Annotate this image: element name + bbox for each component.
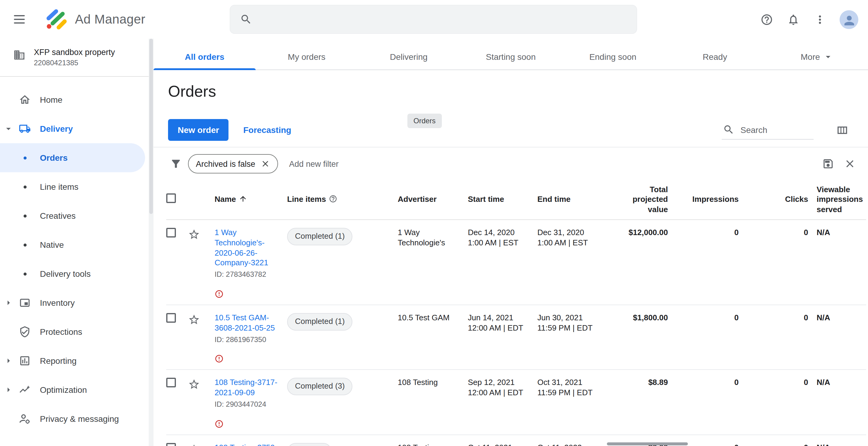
tab-label: My orders	[288, 52, 325, 61]
sidebar-item-label: Delivery tools	[40, 269, 91, 279]
add-new-filter-button[interactable]: Add new filter	[289, 159, 339, 168]
tab-ending-soon[interactable]: Ending soon	[562, 43, 664, 69]
star-icon[interactable]	[188, 443, 200, 446]
sidebar: XFP sandbox property 22080421385 Home De…	[0, 39, 149, 446]
tab-starting-soon[interactable]: Starting soon	[460, 43, 562, 69]
building-icon	[13, 49, 25, 61]
sidebar-item-inventory[interactable]: Inventory	[0, 288, 145, 317]
tab-label: Ready	[703, 52, 727, 61]
customize-columns-button[interactable]	[831, 119, 854, 141]
error-icon	[215, 289, 224, 298]
expand-caret-icon[interactable]	[3, 384, 14, 395]
column-header-advertiser[interactable]: Advertiser	[398, 180, 468, 220]
sidebar-item-label: Creatives	[40, 211, 75, 221]
order-name-link[interactable]: 108 Testing-3750-2021-10-11	[215, 443, 279, 446]
total-projected-value-cell: $12,000.00	[616, 220, 676, 305]
chevron-down-icon	[823, 51, 833, 62]
total-projected-value-cell: $8.89	[616, 370, 676, 435]
advertiser-cell: 10.5 Test GAM	[398, 305, 468, 370]
row-checkbox[interactable]	[166, 378, 176, 388]
order-name-link[interactable]: 1 Way Technologie's-2020-06-26-Company-3…	[215, 228, 279, 268]
table-row: 10.5 Test GAM-3608-2021-05-25 ID: 286196…	[166, 305, 866, 370]
help-icon[interactable]	[329, 195, 338, 203]
sidebar-item-privacy-messaging[interactable]: Privacy & messaging	[0, 404, 145, 433]
table-search[interactable]	[722, 120, 814, 139]
row-checkbox[interactable]	[166, 228, 176, 237]
account-avatar[interactable]	[840, 10, 858, 29]
global-search-bar[interactable]	[230, 5, 637, 34]
row-checkbox[interactable]	[166, 443, 176, 446]
table-search-input[interactable]	[740, 125, 804, 134]
hamburger-menu-button[interactable]	[7, 7, 31, 31]
table-row: 108 Testing-3750-2021-10-11 ID: 29206206…	[166, 435, 866, 446]
bell-icon	[787, 13, 799, 26]
viewable-impressions-cell: N/A	[817, 305, 866, 370]
column-header-end-time[interactable]: End time	[537, 180, 616, 220]
horizontal-scrollbar-thumb[interactable]	[607, 442, 688, 445]
sidebar-item-line-items[interactable]: Line items	[0, 172, 145, 201]
filter-chip-label: Archived is false	[196, 159, 255, 168]
column-header-total-projected-value[interactable]: Total projected value	[616, 180, 676, 220]
select-all-checkbox[interactable]	[166, 194, 176, 203]
sidebar-item-creatives[interactable]: Creatives	[0, 201, 145, 230]
filter-chip-archived[interactable]: Archived is false	[188, 154, 278, 173]
tab-delivering[interactable]: Delivering	[358, 43, 460, 69]
sidebar-item-label: Line items	[40, 182, 79, 192]
sidebar-item-protections[interactable]: Protections	[0, 317, 145, 346]
expand-caret-icon[interactable]	[3, 355, 14, 366]
more-options-button[interactable]	[808, 8, 831, 31]
sidebar-item-native[interactable]: Native	[0, 230, 145, 259]
star-icon[interactable]	[188, 228, 200, 241]
order-name-link[interactable]: 108 Testing-3717-2021-09-09	[215, 378, 279, 399]
order-id: ID: 2903447024	[215, 400, 279, 409]
column-header-line-items[interactable]: Line items	[287, 180, 398, 220]
nav-icon-slot	[18, 156, 31, 159]
row-checkbox[interactable]	[166, 313, 176, 323]
sidebar-item-home[interactable]: Home	[0, 85, 145, 114]
expand-caret-icon[interactable]	[3, 297, 14, 308]
help-button[interactable]	[755, 8, 778, 31]
column-header-clicks[interactable]: Clicks	[747, 180, 817, 220]
start-time-cell: Oct 11, 20213:00 PM | EDT	[468, 435, 537, 446]
star-icon[interactable]	[188, 314, 200, 326]
sidebar-item-label: Native	[40, 240, 64, 250]
tab-more[interactable]: More	[766, 43, 868, 69]
sidebar-item-optimization[interactable]: Optimization	[0, 375, 145, 404]
new-order-button[interactable]: New order	[168, 119, 229, 141]
order-name-link[interactable]: 10.5 Test GAM-3608-2021-05-25	[215, 313, 279, 333]
ad-manager-logo-icon	[43, 7, 68, 31]
app-name: Ad Manager	[75, 12, 145, 27]
nav-icon-slot	[18, 185, 31, 188]
tab-ready[interactable]: Ready	[664, 43, 766, 69]
column-header-impressions[interactable]: Impressions	[676, 180, 747, 220]
clicks-cell: 0	[747, 435, 817, 446]
start-time-cell: Jun 14, 202112:00 AM | EDT	[468, 305, 537, 370]
sidebar-scrollbar-thumb[interactable]	[149, 39, 153, 214]
tab-all-orders[interactable]: All orders	[154, 43, 256, 69]
remove-filter-icon[interactable]	[261, 159, 271, 169]
bullet-icon	[23, 185, 26, 188]
column-header-start-time[interactable]: Start time	[468, 180, 537, 220]
status-chip: Draft (0)	[287, 443, 332, 446]
sidebar-item-delivery[interactable]: Delivery	[0, 114, 145, 143]
column-header-viewable-impressions[interactable]: Viewable impressions served	[817, 180, 866, 220]
star-icon[interactable]	[188, 379, 200, 391]
viewable-impressions-cell: N/A	[817, 370, 866, 435]
tab-my-orders[interactable]: My orders	[256, 43, 358, 69]
expand-caret-icon[interactable]	[3, 123, 14, 134]
save-view-button[interactable]	[817, 153, 839, 174]
sidebar-item-reporting[interactable]: Reporting	[0, 346, 145, 375]
sidebar-item-orders[interactable]: Orders	[0, 143, 145, 172]
forecasting-button[interactable]: Forecasting	[237, 119, 298, 141]
sidebar-scrollbar[interactable]	[149, 39, 154, 446]
close-filters-button[interactable]	[839, 153, 861, 174]
notifications-button[interactable]	[781, 8, 805, 31]
property-selector[interactable]: XFP sandbox property 22080421385	[0, 39, 149, 77]
nav-icon-slot	[18, 214, 31, 217]
topbar-actions	[755, 8, 868, 31]
optimize-icon	[19, 384, 31, 396]
sidebar-item-delivery-tools[interactable]: Delivery tools	[0, 259, 145, 288]
needs-creatives-warning	[215, 354, 279, 363]
column-header-name[interactable]: Name	[215, 180, 287, 220]
property-id: 22080421385	[34, 59, 115, 67]
